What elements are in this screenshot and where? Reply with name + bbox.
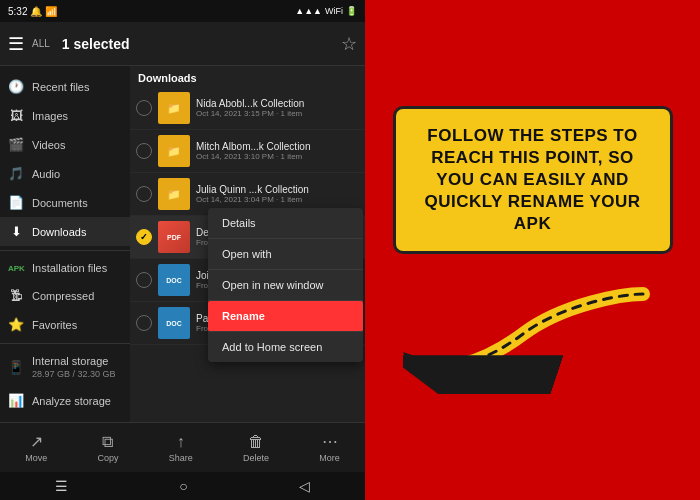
context-openwindow[interactable]: Open in new window: [208, 270, 363, 301]
sidebar-divider: [0, 250, 130, 251]
context-menu: Details Open with Open in new window Ren…: [208, 208, 363, 362]
status-right: ▲▲▲ WiFi 🔋: [295, 6, 357, 16]
radio-button[interactable]: [136, 186, 152, 202]
section-header: Downloads: [130, 66, 365, 87]
sidebar-item-label: Internal storage: [32, 355, 116, 367]
nav-home-btn[interactable]: ○: [179, 478, 187, 494]
sidebar-item-label: Recent files: [32, 81, 89, 93]
status-icons: 🔔 📶: [30, 6, 57, 17]
share-icon: ↑: [177, 433, 185, 451]
file-thumbnail: 📁: [158, 135, 190, 167]
all-tab[interactable]: ALL: [32, 38, 50, 49]
sidebar-item-label: Documents: [32, 197, 88, 209]
action-move[interactable]: ↗ Move: [25, 432, 47, 463]
file-meta: Oct 14, 2021 3:04 PM · 1 item: [196, 195, 359, 204]
action-copy[interactable]: ⧉ Copy: [97, 433, 118, 463]
apk-icon: APK: [8, 264, 24, 273]
star-icon[interactable]: ☆: [341, 33, 357, 55]
file-thumbnail: PDF: [158, 221, 190, 253]
file-thumbnail: DOC: [158, 307, 190, 339]
sidebar-item-label: Videos: [32, 139, 65, 151]
sidebar-item-favorites[interactable]: ⭐ Favorites: [0, 310, 130, 339]
file-thumbnail: 📁: [158, 92, 190, 124]
file-thumbnail: 📁: [158, 178, 190, 210]
internal-icon: 📱: [8, 360, 24, 375]
delete-icon: 🗑: [248, 433, 264, 451]
file-name: Nida Abobl...k Collection: [196, 98, 359, 109]
radio-button[interactable]: [136, 100, 152, 116]
file-name: Mitch Albom...k Collection: [196, 141, 359, 152]
file-list: Downloads 📁 Nida Abobl...k Collection Oc…: [130, 66, 365, 422]
sidebar-item-internal[interactable]: 📱 Internal storage 28.97 GB / 32.30 GB: [0, 348, 130, 386]
file-info: Julia Quinn ...k Collection Oct 14, 2021…: [196, 184, 359, 204]
videos-icon: 🎬: [8, 137, 24, 152]
sidebar-item-label: Compressed: [32, 290, 94, 302]
context-details[interactable]: Details: [208, 208, 363, 239]
move-icon: ↗: [30, 432, 43, 451]
images-icon: 🖼: [8, 108, 24, 123]
file-name: Julia Quinn ...k Collection: [196, 184, 359, 195]
sidebar-item-label: Images: [32, 110, 68, 122]
list-item[interactable]: 📁 Nida Abobl...k Collection Oct 14, 2021…: [130, 87, 365, 130]
file-info: Nida Abobl...k Collection Oct 14, 2021 3…: [196, 98, 359, 118]
radio-button-checked[interactable]: [136, 229, 152, 245]
recent-icon: 🕐: [8, 79, 24, 94]
nav-menu-btn[interactable]: ☰: [55, 478, 68, 494]
sidebar-item-downloads[interactable]: ⬇ Downloads: [0, 217, 130, 246]
favorites-icon: ⭐: [8, 317, 24, 332]
sidebar-item-label: Downloads: [32, 226, 86, 238]
right-panel: FOLLOW THE STEPS TO REACH THIS POINT, SO…: [365, 0, 700, 500]
sidebar-item-label: Analyze storage: [32, 395, 111, 407]
copy-icon: ⧉: [102, 433, 113, 451]
file-info: Mitch Albom...k Collection Oct 14, 2021 …: [196, 141, 359, 161]
sidebar-item-compressed[interactable]: 🗜 Compressed: [0, 281, 130, 310]
sidebar-item-documents[interactable]: 📄 Documents: [0, 188, 130, 217]
list-item[interactable]: 📁 Mitch Albom...k Collection Oct 14, 202…: [130, 130, 365, 173]
sidebar-item-installation[interactable]: APK Installation files: [0, 255, 130, 281]
arrow-container: [403, 274, 663, 394]
callout-text: FOLLOW THE STEPS TO REACH THIS POINT, SO…: [414, 125, 652, 235]
audio-icon: 🎵: [8, 166, 24, 181]
more-icon: ⋯: [322, 432, 338, 451]
wifi-icon: WiFi: [325, 6, 343, 16]
radio-button[interactable]: [136, 143, 152, 159]
context-rename[interactable]: Rename: [208, 301, 363, 332]
file-meta: Oct 14, 2021 3:15 PM · 1 item: [196, 109, 359, 118]
status-bar: 5:32 🔔 📶 ▲▲▲ WiFi 🔋: [0, 0, 365, 22]
radio-button[interactable]: [136, 272, 152, 288]
sidebar-item-audio[interactable]: 🎵 Audio: [0, 159, 130, 188]
share-label: Share: [169, 453, 193, 463]
sidebar-item-label: Installation files: [32, 262, 107, 274]
context-addhome[interactable]: Add to Home screen: [208, 332, 363, 362]
analyze-icon: 📊: [8, 393, 24, 408]
sidebar-item-videos[interactable]: 🎬 Videos: [0, 130, 130, 159]
sidebar-item-analyze[interactable]: 📊 Analyze storage: [0, 386, 130, 415]
action-share[interactable]: ↑ Share: [169, 433, 193, 463]
sidebar-divider-2: [0, 343, 130, 344]
sidebar-item-label: Audio: [32, 168, 60, 180]
hamburger-menu[interactable]: ☰: [8, 33, 24, 55]
storage-sub: 28.97 GB / 32.30 GB: [32, 369, 116, 379]
move-label: Move: [25, 453, 47, 463]
sidebar-item-images[interactable]: 🖼 Images: [0, 101, 130, 130]
compressed-icon: 🗜: [8, 288, 24, 303]
copy-label: Copy: [97, 453, 118, 463]
action-delete[interactable]: 🗑 Delete: [243, 433, 269, 463]
callout-box: FOLLOW THE STEPS TO REACH THIS POINT, SO…: [393, 106, 673, 254]
action-more[interactable]: ⋯ More: [319, 432, 340, 463]
nav-bar: ☰ ○ ◁: [0, 472, 365, 500]
time-display: 5:32: [8, 6, 27, 17]
context-openwith[interactable]: Open with: [208, 239, 363, 270]
nav-back-btn[interactable]: ◁: [299, 478, 310, 494]
battery-icon: 🔋: [346, 6, 357, 16]
delete-label: Delete: [243, 453, 269, 463]
sidebar-item-recent[interactable]: 🕐 Recent files: [0, 72, 130, 101]
radio-button[interactable]: [136, 315, 152, 331]
sidebar-item-label: Favorites: [32, 319, 77, 331]
downloads-icon: ⬇: [8, 224, 24, 239]
phone-panel: 5:32 🔔 📶 ▲▲▲ WiFi 🔋 ☰ ALL 1 selected ☆ 🕐…: [0, 0, 365, 500]
arrow-graphic: [403, 274, 663, 394]
sidebar: 🕐 Recent files 🖼 Images 🎬 Videos 🎵 Audio…: [0, 66, 130, 422]
selected-count: 1 selected: [62, 36, 341, 52]
top-bar: ☰ ALL 1 selected ☆: [0, 22, 365, 66]
